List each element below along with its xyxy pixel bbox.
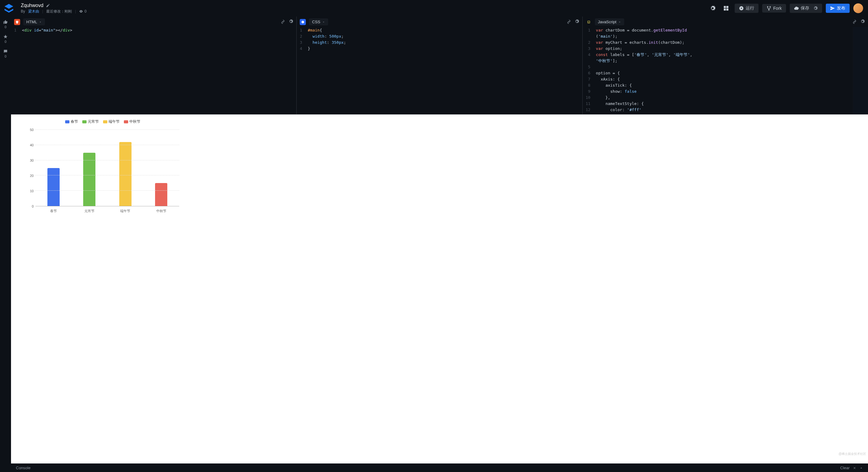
editors: HTML 1 <div id="main"></div> CSS (11, 17, 868, 115)
avatar[interactable] (853, 3, 863, 13)
publish-button[interactable]: 发布 (826, 4, 850, 13)
expand-icon[interactable] (860, 466, 863, 470)
edit-icon[interactable] (46, 3, 50, 8)
by-label: By (21, 9, 25, 13)
fork-button[interactable]: Fork (762, 4, 786, 12)
css-pane: CSS 1234 #main{ width: 500px; height: 35… (297, 17, 582, 114)
star-icon (3, 34, 8, 39)
send-icon (830, 6, 835, 11)
js-lang-select[interactable]: JavaScript (595, 18, 624, 25)
gear-icon[interactable] (860, 19, 865, 25)
eye-icon (79, 9, 83, 13)
bar[interactable] (155, 183, 167, 206)
settings-icon[interactable] (708, 3, 717, 13)
minimap[interactable] (853, 27, 868, 114)
preview: 春节元宵节端午节中秋节 01020304050 春节元宵节端午节中秋节 @稀土掘… (11, 115, 868, 464)
legend-item[interactable]: 元宵节 (82, 119, 99, 124)
console-label: Console (16, 466, 31, 470)
header: Zquhwovd By 梁木由 | 最近修改：刚刚 | 0 运行 Fork 保存 (0, 0, 868, 17)
chart: 春节元宵节端午节中秋节 01020304050 春节元宵节端午节中秋节 (26, 119, 179, 226)
close-icon[interactable] (853, 466, 857, 470)
save-settings-icon[interactable] (813, 6, 818, 11)
save-button[interactable]: 保存 (790, 4, 822, 13)
star-button[interactable]: 0 (3, 34, 8, 43)
legend-item[interactable]: 春节 (65, 119, 78, 124)
watermark: @稀土掘金技术社区 (839, 452, 866, 456)
cloud-icon (794, 6, 799, 11)
css-editor[interactable]: 1234 #main{ width: 500px; height: 350px;… (297, 27, 582, 114)
chevron-down-icon (39, 21, 42, 24)
sidebar: 0 0 0 (0, 17, 11, 472)
bar[interactable] (83, 153, 95, 206)
html-pane: HTML 1 <div id="main"></div> (11, 17, 297, 114)
gear-icon[interactable] (575, 19, 579, 25)
legend-item[interactable]: 中秋节 (124, 119, 141, 124)
console-bar[interactable]: Console Clear (11, 464, 868, 472)
chevron-down-icon (618, 21, 621, 24)
gear-icon[interactable] (288, 19, 293, 25)
html-editor[interactable]: 1 <div id="main"></div> (11, 27, 297, 114)
thumb-icon (3, 20, 8, 25)
js-icon: {} (586, 19, 592, 25)
link-icon[interactable] (280, 19, 285, 25)
js-editor[interactable]: 1 234 5678910111213 var chartDom = docum… (583, 27, 868, 114)
view-count: 0 (85, 9, 87, 13)
bar[interactable] (119, 142, 131, 206)
legend-item[interactable]: 端午节 (103, 119, 120, 124)
fork-icon (767, 6, 771, 11)
html-lang-select[interactable]: HTML (23, 18, 45, 25)
layout-icon[interactable] (721, 3, 731, 13)
run-button[interactable]: 运行 (735, 4, 758, 13)
link-icon[interactable] (852, 19, 857, 25)
clear-button[interactable]: Clear (840, 466, 850, 470)
bar[interactable] (48, 168, 60, 206)
logo[interactable] (3, 2, 15, 14)
run-icon (739, 6, 744, 11)
css-lang-select[interactable]: CSS (309, 18, 328, 25)
author-link[interactable]: 梁木由 (28, 9, 39, 14)
comment-icon (3, 49, 8, 54)
like-button[interactable]: 0 (3, 20, 8, 29)
comment-button[interactable]: 0 (3, 49, 8, 58)
chevron-down-icon (322, 21, 325, 24)
project-title[interactable]: Zquhwovd (21, 3, 43, 8)
css-icon (300, 19, 306, 25)
html-icon (14, 19, 20, 25)
svg-text:{}: {} (588, 21, 589, 23)
link-icon[interactable] (566, 19, 571, 25)
js-pane: {} JavaScript 1 234 5678910111213 var ch… (583, 17, 868, 114)
